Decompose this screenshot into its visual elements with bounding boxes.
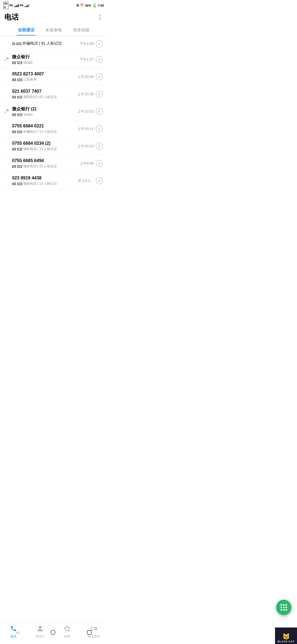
battery-icon: 🔋 bbox=[92, 3, 97, 8]
call-name: 0755 6684 0234 (2) bbox=[12, 141, 77, 146]
call-subtitle: 2 HD 诈骗电话 | 13 人标记过 bbox=[12, 129, 77, 134]
call-item[interactable]: 0755 6685 6494 2 HD 骚扰电话 | 15 人标记过 上午9:4… bbox=[0, 155, 107, 172]
call-time-info: 上午10:11 i bbox=[77, 125, 103, 132]
call-info-button[interactable]: i bbox=[96, 125, 103, 132]
hd-badge: HD bbox=[17, 182, 22, 185]
call-name: 微众银行 (2) bbox=[12, 106, 77, 112]
call-time-info: 上午10:28 i bbox=[77, 91, 103, 98]
hd-badge: HD bbox=[16, 42, 21, 45]
call-subtitle: 2 HD 骚扰电话 | 13 人标记过 bbox=[12, 181, 78, 186]
call-subtitle: 2 HD 骚扰电话 | 15 人标记过 bbox=[12, 164, 79, 169]
time-display: 7:50 bbox=[98, 4, 104, 7]
call-time-info: 早上8:3… i bbox=[78, 177, 103, 184]
call-info-button[interactable]: i bbox=[96, 143, 103, 150]
call-time-info: 下午1:59 i bbox=[79, 40, 103, 47]
call-info: 0755 6685 6494 2 HD 骚扰电话 | 15 人标记过 bbox=[12, 158, 79, 169]
call-name: 微众银行 bbox=[12, 54, 79, 60]
nfc-icon: N bbox=[76, 4, 79, 7]
call-info: 0523 8273 4007 2 HD 江苏泰州 bbox=[12, 72, 77, 82]
tab-bar: 全部通话 未接来电 语音信箱 bbox=[0, 25, 107, 36]
call-item[interactable]: 微众银行 (2) 2 HD 95384 上午10:23 i bbox=[0, 103, 107, 120]
status-left: HDD 4G 4G bbox=[3, 2, 30, 9]
call-info: 023 8919 4438 2 HD 骚扰电话 | 13 人标记过 bbox=[12, 176, 78, 186]
call-info-button[interactable]: i bbox=[96, 177, 103, 184]
app-header: 电话 ⋮ bbox=[0, 10, 107, 25]
tab-missed-calls[interactable]: 未接来电 bbox=[44, 25, 63, 36]
sim-badge: 2 bbox=[12, 182, 16, 185]
call-time: 早上8:3… bbox=[78, 178, 94, 183]
call-info: 0755 6684 0234 (2) 2 HD 骚扰电话 | 15 人标记过 bbox=[12, 141, 77, 151]
sim-badge: 2 bbox=[12, 165, 16, 168]
alarm-icon: ⏰ bbox=[80, 4, 84, 7]
call-name: 0755 6685 6494 bbox=[12, 158, 79, 163]
hd-badge: HD bbox=[17, 78, 22, 81]
sim-badge: 2 bbox=[12, 61, 16, 64]
sim-badge: 2 bbox=[12, 42, 15, 45]
call-number: 95384 bbox=[23, 113, 32, 117]
call-label: 骚扰电话 | 13 人标记过 bbox=[23, 181, 57, 186]
status-bar: HDD 4G 4G N ⏰ 42% 🔋 7:50 bbox=[0, 0, 107, 10]
call-item[interactable]: 2 HD 诈骗电话 | 91 人标记过 下午1:59 i bbox=[0, 37, 107, 51]
call-info-button[interactable]: i bbox=[96, 108, 103, 115]
call-label: 诈骗电话 | 13 人标记过 bbox=[23, 129, 57, 134]
status-right: N ⏰ 42% 🔋 7:50 bbox=[76, 3, 104, 8]
call-label: 骚扰电话 | 15 人标记过 bbox=[23, 164, 57, 169]
call-item[interactable]: 021 6037 7407 2 HD 骚扰电话 | 60 人标记过 上午10:2… bbox=[0, 86, 107, 103]
outgoing-call-icon bbox=[4, 57, 9, 62]
call-info-button[interactable]: i bbox=[96, 160, 103, 167]
sim-badge: 2 bbox=[12, 78, 16, 81]
hd-badge: HD bbox=[17, 96, 22, 99]
call-info-button[interactable]: i bbox=[96, 56, 103, 63]
call-subtitle: 2 HD 骚扰电话 | 60 人标记过 bbox=[12, 95, 77, 99]
call-subtitle: 2 HD 骚扰电话 | 15 人标记过 bbox=[12, 147, 77, 151]
call-subtitle: 2 HD 江苏泰州 bbox=[12, 77, 77, 82]
call-time: 下午1:59 bbox=[79, 41, 94, 46]
outgoing-call-icon bbox=[4, 109, 9, 114]
sim-badge: 2 bbox=[12, 130, 16, 133]
call-info: 微众银行 (2) 2 HD 95384 bbox=[12, 106, 77, 117]
call-time: 上午10:10 bbox=[77, 144, 94, 149]
signal-4g-1: 4G bbox=[9, 4, 13, 7]
call-time: 上午10:11 bbox=[77, 126, 94, 131]
call-time: 上午10:34 bbox=[77, 74, 94, 79]
call-info-button[interactable]: i bbox=[96, 73, 103, 80]
sim-badge: 2 bbox=[12, 148, 16, 151]
call-name: 021 6037 7407 bbox=[12, 89, 77, 94]
call-info-button[interactable]: i bbox=[96, 40, 103, 47]
call-item[interactable]: 微众银行 2 HD 95384 下午1:37 i bbox=[0, 51, 107, 68]
call-time-info: 上午10:10 i bbox=[77, 143, 103, 150]
battery-percent: 42% bbox=[85, 4, 91, 7]
hd-badge: HD bbox=[17, 165, 22, 168]
call-label: 骚扰电话 | 60 人标记过 bbox=[23, 95, 57, 99]
call-item[interactable]: 0755 6684 0234 (2) 2 HD 骚扰电话 | 15 人标记过 上… bbox=[0, 138, 107, 155]
more-button[interactable]: ⋮ bbox=[97, 14, 103, 21]
call-item[interactable]: 0523 8273 4007 2 HD 江苏泰州 上午10:34 i bbox=[0, 68, 107, 86]
call-info: 2 HD 诈骗电话 | 91 人标记过 bbox=[12, 41, 79, 47]
sim-badge: 2 bbox=[12, 113, 16, 116]
call-time-info: 下午1:37 i bbox=[79, 56, 103, 63]
call-info: 微众银行 2 HD 95384 bbox=[12, 54, 79, 65]
call-name: 0523 8273 4007 bbox=[12, 72, 77, 77]
call-time: 上午10:28 bbox=[77, 92, 94, 97]
call-info: 0755 6684 0221 2 HD 诈骗电话 | 13 人标记过 bbox=[12, 124, 77, 134]
hd-badge: HD bbox=[17, 113, 22, 116]
hd-badge: HD bbox=[17, 130, 22, 133]
call-label: 骚扰电话 | 15 人标记过 bbox=[23, 147, 57, 151]
tab-all-calls[interactable]: 全部通话 bbox=[17, 25, 35, 36]
call-subtitle: 2 HD 95384 bbox=[12, 113, 77, 117]
call-item[interactable]: 0755 6684 0221 2 HD 诈骗电话 | 13 人标记过 上午10:… bbox=[0, 120, 107, 138]
call-label: 诈骗电话 | 91 人标记过 bbox=[23, 41, 62, 45]
sim-badge: 2 bbox=[12, 96, 16, 99]
call-time-info: 上午10:34 i bbox=[77, 73, 103, 80]
call-time-info: 上午10:23 i bbox=[77, 108, 103, 115]
call-name: 023 8919 4438 bbox=[12, 176, 78, 181]
signal-4g-2: 4G bbox=[20, 4, 23, 7]
call-info: 021 6037 7407 2 HD 骚扰电话 | 60 人标记过 bbox=[12, 89, 77, 99]
call-name: 0755 6684 0221 bbox=[12, 124, 77, 129]
call-item[interactable]: 023 8919 4438 2 HD 骚扰电话 | 13 人标记过 早上8:3…… bbox=[0, 172, 107, 190]
tab-voicemail[interactable]: 语音信箱 bbox=[72, 25, 90, 36]
call-info-button[interactable]: i bbox=[96, 91, 103, 98]
call-time: 上午9:46 bbox=[79, 161, 94, 166]
call-name: 2 HD 诈骗电话 | 91 人标记过 bbox=[12, 41, 79, 46]
call-time-info: 上午9:46 i bbox=[79, 160, 103, 167]
